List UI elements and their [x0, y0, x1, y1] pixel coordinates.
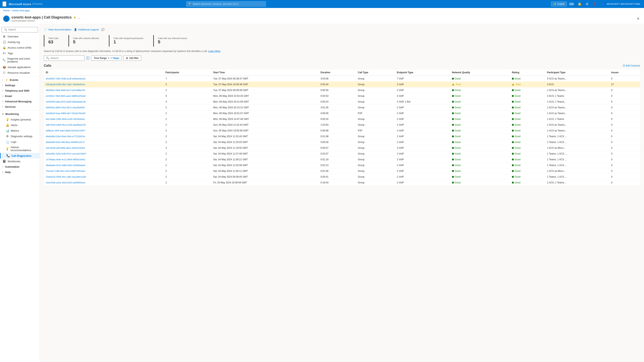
sidebar-item-tags[interactable]: 🏷 Tags	[0, 50, 40, 56]
sidebar-group-email[interactable]: › Email	[0, 93, 40, 99]
call-id-link[interactable]: 9d503f1d-d004-42b2-8b71-e0ac9fe660f	[46, 106, 84, 109]
close-button[interactable]: ✕	[636, 16, 641, 21]
cell-start-time: Sat, 04 May 2024 11:00:11 GMT	[211, 168, 318, 174]
sidebar-group-help[interactable]: › Help	[0, 169, 40, 175]
call-id-link[interactable]: 5d873529-a409-45ce-87d4-baa0f9a5720	[46, 124, 86, 126]
sidebar-search-input[interactable]	[8, 28, 36, 31]
sidebar-item-label: Help	[5, 171, 10, 174]
network-quality-badge: Good	[452, 118, 508, 121]
sidebar-item-alerts[interactable]: 🔔 Alerts	[0, 122, 40, 128]
sidebar-item-label: Resource visualizer	[8, 71, 30, 74]
cell-network: Good	[450, 99, 510, 105]
sidebar-item-diagnose[interactable]: 🔧 Diagnose and solve problems	[0, 56, 40, 64]
search-info-icon[interactable]: ℹ	[86, 56, 90, 60]
notifications-button[interactable]: 🔔	[576, 2, 583, 7]
cell-rating: Poor	[510, 82, 545, 87]
call-id-link[interactable]: 48a8ad0a-8124-4d8b-9d2f-c20d56e8a4t	[46, 164, 85, 166]
sidebar-item-workbooks[interactable]: 📓 Workbooks	[0, 159, 40, 164]
favorite-button[interactable]: ★	[73, 16, 76, 19]
call-id-link[interactable]: b5e96007-5f05-45d0-ac36-a63aee6ac02	[46, 78, 86, 80]
rating-badge: Good	[512, 89, 543, 92]
hamburger-menu[interactable]: ☰	[2, 2, 6, 7]
call-id-link[interactable]: 48a5af9d-01bd-45eb-93dc-a77219267et	[46, 135, 85, 138]
call-id-link[interactable]: 01ee442b-ae2e-4ee0-bd10-ab008f3eeet	[46, 181, 85, 184]
cell-issues: 0	[609, 157, 640, 162]
cell-start-time: Sat, 04 May 2024 09:38:45 GMT	[211, 174, 318, 180]
cell-start-time: Sun, 05 May 2024 21:32:43 GMT	[211, 122, 318, 128]
sidebar-item-activity-log[interactable]: 📋 Activity log	[0, 39, 40, 45]
calls-search-box[interactable]: 🔍	[44, 55, 84, 61]
sidebar-item-diagnostic-settings[interactable]: ⚙ Diagnostic settings	[0, 133, 40, 139]
sidebar-group-telephony[interactable]: › Telephony and SMS	[0, 88, 40, 93]
cloud-shell-button[interactable]: ⌨	[568, 2, 575, 7]
sidebar-item-metrics[interactable]: 📊 Metrics	[0, 128, 40, 133]
time-range-button[interactable]: Time Range < < 7days	[91, 56, 122, 61]
chat-button[interactable]: 💬	[101, 27, 104, 32]
sidebar-item-resource-visualizer[interactable]: ⬡ Resource visualizer	[0, 70, 40, 76]
call-id-link[interactable]: 5063dea8-5099-48e7-a6b7-0d44b055cb	[46, 83, 85, 86]
more-options-button[interactable]: ...	[78, 16, 80, 19]
call-id-link[interactable]: c2749aba-4e8e-4c11-b604-9f056c5ebb1	[46, 158, 86, 161]
cell-network: Good	[450, 87, 510, 93]
call-id-link[interactable]: 7041a673-dfff-45b1-b61f-048873091dee	[46, 170, 85, 172]
events-icon: ⚡	[5, 79, 8, 82]
global-search-input[interactable]	[193, 3, 264, 5]
copilot-icon: ✨	[553, 3, 556, 5]
sidebar-item-label: Metrics	[11, 129, 19, 132]
sidebar-group-monitoring[interactable]: ▾ Monitoring	[0, 111, 40, 117]
call-id-link[interactable]: 9dde606f-6254-4f6f-8fa3-34f49531d172	[46, 141, 84, 143]
call-id-link[interactable]: e24363c7-fbbf-4693-aac6-3d6f9c0291a8	[46, 95, 86, 97]
breadcrumb-home[interactable]: Home	[3, 9, 10, 12]
edit-columns-button[interactable]: ☰ Edit Columns	[623, 64, 640, 67]
sidebar-group-settings[interactable]: › Settings	[0, 83, 40, 88]
breadcrumb-resource[interactable]: corertc-test-apps	[12, 9, 30, 12]
additional-support-button[interactable]: 👤 Additional support	[74, 27, 99, 32]
cell-endpoint: 2 VoIP	[395, 128, 450, 134]
cell-call-type: Group	[356, 76, 395, 82]
call-id-link[interactable]: a32c4b38-a3ff-4886-a8a1-2b63c61b4e9	[46, 147, 85, 149]
sidebar-group-automation[interactable]: › Automation	[0, 164, 40, 169]
user-button[interactable]: 👤	[599, 2, 606, 7]
sidebar-item-sample-apps[interactable]: 📦 Sample applications	[0, 64, 40, 70]
col-header-id: ID	[44, 70, 164, 76]
add-filter-button[interactable]: ⊞ Add filter	[124, 56, 141, 61]
cell-participant-type: 1 Teams, 1 ACS ...	[545, 174, 609, 180]
call-id-link[interactable]: 2eb3fdc8-5eaa-4806-b9c7-05c8e7b6c89	[46, 112, 86, 115]
settings-button[interactable]: ⚙	[584, 2, 590, 7]
sidebar-item-insights[interactable]: 💡 Insights (preview)	[0, 117, 40, 122]
rating-badge: Good	[512, 158, 543, 161]
cell-rating: Good	[510, 157, 545, 162]
call-id-link[interactable]: 15a93225-5008-44cc-a8fc-4aca58e1e30r	[46, 176, 86, 178]
cell-duration: 0:00:23	[318, 99, 356, 105]
sidebar-item-advisor[interactable]: 💡 Advisor recommendations	[0, 145, 40, 153]
sidebar-item-logs[interactable]: 📃 Logs	[0, 139, 40, 145]
cell-participants: 2	[164, 87, 211, 93]
sidebar-item-call-diagnostics[interactable]: 📞 Call Diagnostics	[0, 153, 40, 159]
sidebar-search-box[interactable]: 🔍	[2, 27, 38, 33]
sidebar-item-overview[interactable]: ⊞ Overview	[0, 34, 40, 39]
rating-badge: Good	[512, 95, 543, 97]
cell-duration: 0:02:57	[318, 151, 356, 157]
sidebar-group-events[interactable]: › ⚡ Events	[0, 77, 40, 83]
call-id-link[interactable]: c0635440-afad-4570-8284-68ada0a614b	[46, 101, 86, 103]
call-id-link[interactable]: 0e5e3991-fa3a-4c80-87e1-acec4a7a9d7f	[46, 153, 86, 155]
call-id-link[interactable]: ebffbc8c-34f4-4ae8-8dd8-01d41511997f	[46, 129, 85, 132]
cell-participants: 2	[164, 151, 211, 157]
learn-more-link[interactable]: Learn More	[208, 50, 220, 53]
chevron-icon: ›	[2, 106, 3, 108]
view-documentation-button[interactable]: 📄 View documentation	[44, 27, 72, 32]
stat-value: 1	[114, 40, 143, 45]
help-button[interactable]: ❓	[591, 2, 598, 7]
global-search-box[interactable]: 🔍	[186, 2, 266, 7]
sidebar-group-services[interactable]: › Services	[0, 104, 40, 110]
stats-row: Total Calls 63 Calls with network affect…	[44, 35, 640, 47]
copilot-button[interactable]: ✨ Copilot	[551, 2, 566, 6]
cell-participants: 2	[164, 134, 211, 139]
calls-search-input[interactable]	[50, 57, 82, 60]
call-id-link[interactable]: 98d28bc3-9bbf-4b60-be72-bf14488a764	[46, 89, 85, 91]
sidebar-item-iam[interactable]: 🔒 Access control (IAM)	[0, 45, 40, 50]
table-row: 9dde606f-6254-4f6f-8fa3-34f49531d172 2 S…	[44, 139, 640, 145]
call-id-link[interactable]: b4116d9e-2995-4640-a1d9-c9529d4ebc	[46, 118, 85, 120]
sidebar-group-advanced-messaging[interactable]: › Advanced Messaging	[0, 99, 40, 104]
cell-id: b5e96007-5f05-45d0-ac36-a63aee6ac02	[44, 76, 164, 82]
